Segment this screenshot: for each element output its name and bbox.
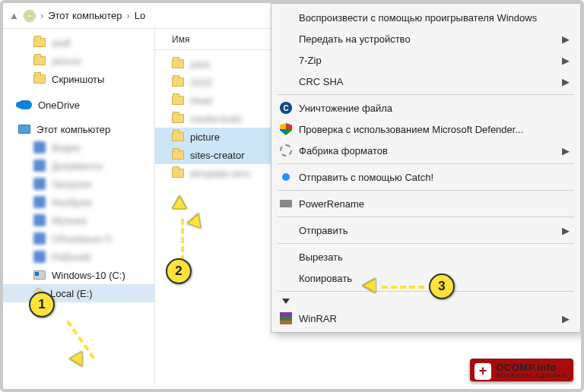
nav-sub[interactable]: Музыка: [3, 211, 154, 229]
watermark: + OCOMP.info ВОПРОСЫ АДМИНУ: [470, 359, 573, 381]
catch-icon: [282, 173, 290, 181]
file-name: para: [190, 58, 210, 70]
ctx-cast[interactable]: Передать на устройство▶: [271, 28, 580, 49]
ctx-winrar[interactable]: WinRAR▶: [271, 308, 580, 329]
watermark-text: OCOMP.info: [496, 362, 557, 373]
nav-this-pc[interactable]: Этот компьютер: [3, 120, 154, 138]
ctx-label: 7-Zip: [299, 55, 322, 66]
chevron-right-icon: ›: [126, 10, 129, 21]
nav-sub[interactable]: Видео: [3, 138, 154, 156]
plus-icon: +: [474, 363, 491, 380]
folder-icon: [172, 114, 184, 123]
ctx-format-factory[interactable]: Фабрика форматов▶: [271, 140, 580, 161]
folder-icon: [172, 59, 184, 68]
breadcrumb-this-pc[interactable]: Этот компьютер: [48, 10, 122, 21]
annotation-arrow-head: [365, 280, 376, 292]
submenu-arrow-icon: ▶: [562, 33, 570, 45]
folder-icon: [33, 38, 46, 47]
ctx-label: Отправить: [299, 225, 348, 236]
nav-sub[interactable]: Изображ: [3, 193, 154, 211]
library-icon: [33, 141, 46, 153]
folder-icon: [172, 96, 184, 105]
ctx-label: CRC SHA: [299, 76, 344, 87]
library-icon: [33, 178, 46, 190]
folder-icon: [33, 56, 46, 65]
ctx-expand[interactable]: [271, 294, 580, 308]
nav-label: Документы: [52, 160, 103, 172]
context-menu[interactable]: Воспроизвести с помощью проигрывателя Wi…: [271, 3, 581, 333]
nav-sub[interactable]: Документы: [3, 156, 154, 175]
breadcrumb-drive[interactable]: Lo: [135, 10, 145, 21]
annotation-arrow: [181, 219, 184, 261]
ctx-label: Проверка с использованием Microsoft Defe…: [299, 124, 523, 135]
nav-label: Скриншоты: [52, 74, 104, 85]
file-name: media-build: [190, 113, 241, 125]
library-icon: [33, 214, 46, 226]
annotation-arrow: [382, 286, 424, 289]
file-name: sites-creator: [190, 150, 245, 161]
folder-icon: [172, 132, 184, 141]
ctx-7zip[interactable]: 7-Zip▶: [271, 49, 580, 71]
watermark-subtext: ВОПРОСЫ АДМИНУ: [496, 373, 566, 380]
ctx-send-to[interactable]: Отправить▶: [271, 220, 580, 241]
nav-label: Local (E:): [50, 288, 93, 299]
ctx-label: Уничтожение файла: [299, 103, 392, 114]
nav-sub[interactable]: Рабочий: [3, 248, 154, 266]
nav-sub[interactable]: Объемные O: [3, 229, 154, 248]
drive-icon: [33, 270, 46, 280]
chevron-right-icon: ›: [40, 10, 43, 21]
nav-folder[interactable]: asdf: [3, 33, 154, 52]
nav-label: Загрузки: [52, 179, 91, 190]
nav-label: Видео: [52, 142, 81, 153]
file-name: template-zero: [190, 168, 250, 179]
pc-icon: [18, 125, 30, 134]
annotation-arrow-head: [173, 198, 186, 208]
ctx-play[interactable]: Воспроизвести с помощью проигрывателя Wi…: [271, 7, 580, 28]
gear-icon: [280, 144, 292, 156]
ctx-crc[interactable]: CRC SHA▶: [271, 71, 580, 92]
nav-folder[interactable]: picture: [3, 52, 154, 70]
winrar-icon: [280, 312, 292, 324]
submenu-arrow-icon: ▶: [562, 313, 570, 324]
ctx-defender[interactable]: Проверка с использованием Microsoft Defe…: [271, 119, 580, 140]
folder-icon: [33, 74, 46, 84]
nav-folder-screenshots[interactable]: Скриншоты: [3, 70, 154, 88]
nav-up-icon[interactable]: ▲: [9, 10, 19, 21]
folder-icon: [172, 169, 184, 178]
nav-drive-e[interactable]: Local (E:): [3, 284, 154, 302]
file-name: head: [190, 95, 212, 106]
nav-label: OneDrive: [38, 100, 80, 111]
ctx-separator: [278, 94, 574, 95]
folder-icon: [172, 150, 184, 160]
nav-label: Windows-10 (С:): [52, 270, 125, 281]
nav-label: Изображ: [52, 197, 92, 208]
ctx-separator: [278, 243, 574, 244]
ctx-powerrename[interactable]: PowerRename: [271, 193, 580, 214]
onedrive-icon: [18, 100, 32, 109]
shred-icon: C: [280, 102, 292, 114]
ctx-label: PowerRename: [299, 198, 364, 210]
ctx-cut[interactable]: Вырезать: [271, 246, 580, 267]
disc-icon: [24, 10, 36, 22]
library-icon: [33, 232, 46, 245]
nav-sub[interactable]: Загрузки: [3, 175, 154, 193]
nav-label: asdf: [52, 37, 71, 49]
ctx-catch[interactable]: Отправить с помощью Catch!: [271, 166, 580, 188]
ctx-label: Фабрика форматов: [299, 145, 388, 156]
nav-drive-c[interactable]: Windows-10 (С:): [3, 266, 154, 284]
submenu-arrow-icon: ▶: [562, 225, 570, 236]
ctx-shred[interactable]: CУничтожение файла: [271, 97, 580, 119]
ctx-label: Вырезать: [299, 251, 343, 263]
nav-label: Рабочий: [52, 251, 90, 263]
ctx-separator: [278, 217, 574, 217]
nav-label: Этот компьютер: [36, 124, 110, 135]
annotation-badge-3: 3: [429, 273, 455, 299]
file-name: picture: [190, 131, 220, 143]
annotation-badge-2: 2: [166, 258, 192, 284]
file-name: 2020: [190, 77, 212, 88]
ctx-copy[interactable]: Копировать: [271, 267, 580, 289]
library-icon: [33, 160, 46, 172]
ctx-separator: [278, 190, 574, 191]
nav-label: Музыка: [52, 215, 87, 226]
nav-onedrive[interactable]: OneDrive: [3, 96, 154, 114]
